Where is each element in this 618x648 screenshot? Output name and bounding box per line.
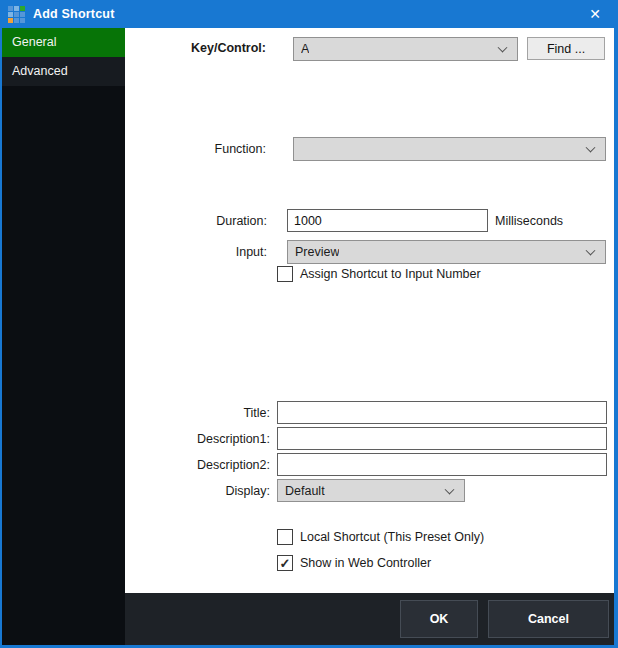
sidebar: General Advanced — [2, 28, 125, 645]
title-input[interactable] — [277, 401, 607, 424]
add-shortcut-dialog: Add Shortcut ✕ General Advanced Key/Cont… — [0, 0, 618, 648]
title-label: Title: — [140, 406, 270, 420]
chevron-down-icon — [498, 43, 508, 53]
description2-label: Description2: — [140, 458, 270, 472]
key-control-select[interactable]: A — [293, 37, 518, 61]
key-control-label: Key/Control: — [140, 41, 266, 55]
description1-input[interactable] — [277, 427, 607, 450]
assign-shortcut-checkbox[interactable]: Assign Shortcut to Input Number — [277, 266, 481, 282]
logo-cell — [14, 12, 19, 17]
description2-input[interactable] — [277, 453, 607, 476]
local-shortcut-checkbox[interactable]: Local Shortcut (This Preset Only) — [277, 529, 484, 545]
logo-cell — [8, 6, 13, 11]
web-controller-checkbox[interactable]: ✓ Show in Web Controller — [277, 555, 431, 571]
assign-shortcut-label: Assign Shortcut to Input Number — [300, 267, 481, 281]
milliseconds-label: Milliseconds — [495, 214, 585, 228]
key-control-value: A — [301, 42, 309, 56]
display-value: Default — [285, 484, 325, 498]
tab-general[interactable]: General — [2, 28, 125, 57]
function-select[interactable] — [293, 137, 606, 161]
local-shortcut-label: Local Shortcut (This Preset Only) — [300, 530, 484, 544]
input-value: Preview — [295, 245, 339, 259]
ok-button[interactable]: OK — [400, 600, 478, 638]
cancel-button[interactable]: Cancel — [488, 600, 609, 638]
duration-label: Duration: — [140, 214, 267, 228]
logo-cell — [14, 6, 19, 11]
display-select[interactable]: Default — [277, 479, 465, 502]
logo-cell — [20, 12, 25, 17]
input-select[interactable]: Preview — [287, 240, 606, 264]
checkbox-box-checked[interactable]: ✓ — [277, 555, 293, 571]
chevron-down-icon — [586, 143, 596, 153]
logo-cell — [20, 6, 25, 11]
input-label: Input: — [140, 245, 267, 259]
title-bar: Add Shortcut ✕ — [0, 0, 618, 28]
logo-cell — [20, 18, 25, 23]
window-border-right — [614, 28, 618, 645]
display-label: Display: — [140, 484, 270, 498]
function-label: Function: — [140, 142, 266, 156]
app-logo-icon — [8, 6, 25, 23]
web-controller-label: Show in Web Controller — [300, 556, 431, 570]
checkbox-box[interactable] — [277, 266, 293, 282]
tab-advanced[interactable]: Advanced — [2, 57, 125, 86]
close-icon: ✕ — [589, 6, 601, 22]
logo-cell — [14, 18, 19, 23]
chevron-down-icon — [586, 246, 596, 256]
checkbox-box[interactable] — [277, 529, 293, 545]
description1-label: Description1: — [140, 432, 270, 446]
find-button[interactable]: Find ... — [527, 37, 605, 60]
duration-input[interactable] — [287, 209, 488, 232]
logo-cell — [8, 18, 13, 23]
chevron-down-icon — [445, 484, 455, 494]
form-panel — [125, 28, 614, 593]
logo-cell — [8, 12, 13, 17]
window-title: Add Shortcut — [33, 0, 115, 28]
close-button[interactable]: ✕ — [572, 0, 618, 28]
